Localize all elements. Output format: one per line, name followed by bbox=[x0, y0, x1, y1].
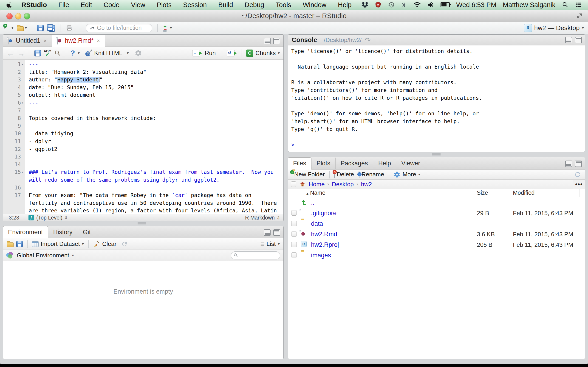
time-machine-icon[interactable] bbox=[388, 1, 395, 8]
select-all-checkbox[interactable] bbox=[291, 181, 296, 187]
spotlight-icon[interactable] bbox=[562, 1, 569, 8]
tab-hw2-rmd[interactable]: hw2.Rmd* × bbox=[52, 35, 105, 47]
fold-arrow-icon[interactable]: ▾ bbox=[21, 168, 25, 176]
menu-help[interactable]: Help bbox=[332, 0, 357, 10]
column-header-modified[interactable]: Modified bbox=[513, 190, 535, 196]
list-view-button[interactable]: ≡ List ▾ bbox=[260, 240, 280, 248]
clear-workspace-button[interactable]: Clear bbox=[93, 240, 116, 248]
delete-file-button[interactable]: ✕ Delete bbox=[334, 171, 354, 178]
fold-arrow-icon[interactable]: ▾ bbox=[21, 60, 25, 68]
fullscreen-icon[interactable] bbox=[576, 12, 583, 19]
filetype-spinner-icon[interactable]: ⇕ bbox=[277, 215, 280, 220]
tab-plots[interactable]: Plots bbox=[311, 158, 336, 169]
file-name-link[interactable]: hw2.Rproj bbox=[311, 241, 339, 248]
close-tab-icon[interactable]: × bbox=[44, 38, 47, 44]
more-file-commands-button[interactable]: More ▾ bbox=[393, 171, 420, 178]
new-file-button[interactable]: + ▾ bbox=[4, 25, 14, 31]
project-menu-button[interactable]: R hw2 — Desktop ▾ bbox=[524, 24, 584, 32]
bluetooth-icon[interactable] bbox=[401, 2, 407, 8]
run-button[interactable]: Run bbox=[192, 50, 216, 57]
tab-git[interactable]: Git bbox=[78, 226, 96, 238]
sort-ascending-icon[interactable]: ▲ bbox=[306, 192, 310, 195]
horizontal-splitter-grip[interactable] bbox=[138, 222, 146, 225]
menu-bar-user[interactable]: Matthew Salganik bbox=[503, 1, 555, 9]
file-name-link[interactable]: .. bbox=[311, 199, 314, 206]
column-header-size[interactable]: Size bbox=[477, 190, 488, 196]
filetype-selector[interactable]: R Markdown bbox=[245, 215, 275, 221]
scope-spinner-icon[interactable]: ⇕ bbox=[64, 215, 68, 220]
file-name-link[interactable]: images bbox=[311, 252, 331, 259]
breadcrumb-desktop[interactable]: Desktop bbox=[332, 181, 354, 188]
tab-help[interactable]: Help bbox=[373, 158, 397, 169]
print-button[interactable] bbox=[65, 25, 73, 31]
save-workspace-icon[interactable] bbox=[16, 241, 23, 247]
menu-view[interactable]: View bbox=[125, 0, 151, 10]
rerun-button[interactable]: ↺ bbox=[227, 50, 235, 56]
maximize-pane-icon[interactable] bbox=[273, 38, 280, 44]
dropbox-icon[interactable] bbox=[362, 1, 368, 8]
console-output[interactable]: Type 'license()' or 'licence()' for dist… bbox=[288, 45, 585, 152]
tab-environment[interactable]: Environment bbox=[3, 226, 48, 238]
menu-plots[interactable]: Plots bbox=[151, 0, 177, 10]
file-checkbox[interactable] bbox=[291, 242, 297, 247]
scope-selector[interactable]: (Top Level) bbox=[36, 215, 62, 221]
window-title-bar[interactable]: ~/Desktop/hw2 - master – RStudio bbox=[0, 10, 588, 22]
goto-directory-icon[interactable]: ↷ bbox=[365, 36, 371, 44]
environment-scope-selector[interactable]: Global Environment bbox=[17, 252, 69, 259]
tab-viewer[interactable]: Viewer bbox=[396, 158, 425, 169]
maximize-pane-icon[interactable] bbox=[575, 37, 582, 43]
column-header-name[interactable]: Name bbox=[310, 190, 326, 196]
menu-file[interactable]: File bbox=[52, 0, 75, 10]
menu-debug[interactable]: Debug bbox=[239, 0, 270, 10]
maximize-pane-icon[interactable] bbox=[575, 161, 582, 167]
menu-session[interactable]: Session bbox=[177, 0, 212, 10]
load-workspace-icon[interactable] bbox=[7, 242, 14, 247]
file-checkbox[interactable] bbox=[291, 231, 297, 237]
rename-file-button[interactable]: → Rename bbox=[359, 171, 384, 178]
breadcrumb-hw2[interactable]: hw2 bbox=[361, 181, 372, 188]
menu-edit[interactable]: Edit bbox=[75, 0, 98, 10]
minimize-pane-icon[interactable] bbox=[264, 229, 271, 236]
code-editor[interactable]: 1▾---2title: "Homework 2: Visualizing da… bbox=[3, 60, 284, 214]
goto-file-search[interactable] bbox=[86, 24, 152, 32]
import-dataset-button[interactable]: Import Dataset ▾ bbox=[32, 240, 84, 248]
fold-arrow-icon[interactable]: ▾ bbox=[21, 99, 25, 107]
maximize-pane-icon[interactable] bbox=[273, 229, 280, 236]
open-file-button[interactable]: ▾ bbox=[17, 25, 27, 31]
refresh-environment-icon[interactable] bbox=[121, 241, 128, 248]
apple-menu-icon[interactable] bbox=[6, 1, 12, 8]
home-icon[interactable] bbox=[299, 181, 306, 187]
save-source-button[interactable] bbox=[35, 50, 41, 56]
back-icon[interactable]: ← bbox=[7, 49, 15, 57]
tab-files[interactable]: Files bbox=[288, 157, 311, 169]
menu-code[interactable]: Code bbox=[98, 0, 125, 10]
tab-history[interactable]: History bbox=[48, 226, 78, 238]
volume-icon[interactable] bbox=[427, 1, 434, 8]
file-checkbox[interactable] bbox=[291, 210, 297, 216]
forward-icon[interactable]: → bbox=[17, 49, 25, 57]
battery-icon[interactable] bbox=[441, 2, 450, 7]
menu-build[interactable]: Build bbox=[212, 0, 239, 10]
minimize-pane-icon[interactable] bbox=[264, 38, 271, 44]
file-checkbox[interactable] bbox=[291, 221, 297, 226]
save-button[interactable] bbox=[37, 25, 44, 31]
breadcrumb-home[interactable]: Home bbox=[309, 181, 325, 188]
save-all-button[interactable] bbox=[47, 24, 55, 32]
environment-search[interactable] bbox=[231, 251, 280, 259]
minimize-pane-icon[interactable] bbox=[565, 37, 572, 43]
tab-packages[interactable]: Packages bbox=[336, 158, 373, 169]
horizontal-splitter-grip[interactable] bbox=[432, 153, 441, 156]
knit-html-button[interactable]: Knit HTML ▾ bbox=[85, 50, 129, 57]
version-control-button[interactable]: + − ▾ bbox=[163, 24, 172, 32]
antivirus-shield-icon[interactable]: M bbox=[375, 1, 381, 8]
menu-bar-clock[interactable]: Wed 6:53 PM bbox=[456, 1, 496, 9]
tab-untitled1[interactable]: R Untitled1 × bbox=[3, 35, 52, 47]
file-name-link[interactable]: data bbox=[311, 220, 323, 227]
refresh-files-icon[interactable] bbox=[574, 171, 581, 178]
close-tab-icon[interactable]: × bbox=[97, 38, 100, 44]
chunks-button[interactable]: C Chunks ▾ bbox=[246, 50, 280, 57]
menu-rstudio[interactable]: RStudio bbox=[16, 0, 52, 10]
help-button[interactable]: ? bbox=[70, 49, 75, 57]
goto-file-input[interactable] bbox=[96, 24, 146, 31]
file-name-link[interactable]: .gitignore bbox=[311, 210, 337, 217]
